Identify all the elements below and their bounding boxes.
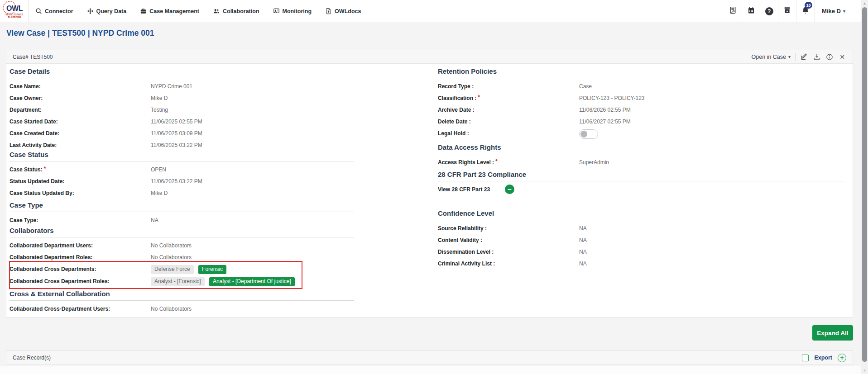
close-icon[interactable]: ✕: [838, 53, 846, 61]
page-bottom-strip: [0, 366, 861, 374]
scroll-up-arrow-icon[interactable]: ▲: [861, 1, 868, 5]
scroll-down-arrow-icon[interactable]: ▼: [861, 369, 868, 373]
nav-item-label: Case Management: [149, 8, 199, 14]
nav-item-owldocs[interactable]: OWLdocs: [325, 8, 361, 14]
report-button[interactable]: [724, 0, 742, 22]
section-collaborators: Collaborators Collaborated Department Us…: [10, 227, 354, 288]
field-row-cross-departments: Collaborated Cross Departments: Defense …: [10, 263, 354, 275]
calendar-icon: [748, 7, 755, 16]
collapse-minus-icon[interactable]: −: [505, 185, 514, 194]
field-row: Case Owner:Mike D: [10, 92, 354, 104]
field-row: Case Status:*OPEN: [10, 164, 354, 175]
field-row-view-28-cfr: View 28 CFR Part 23 −: [438, 184, 845, 195]
field-row: Department:Testing: [10, 104, 354, 116]
export-checkbox[interactable]: [802, 355, 809, 361]
people-icon: [213, 8, 220, 14]
calendar-button[interactable]: [742, 0, 760, 22]
field-row: Collaborated Department Roles:No Collabo…: [10, 251, 354, 263]
department-tag: Forensic: [198, 265, 226, 274]
search-icon: [35, 8, 42, 14]
nav-item-label: OWLdocs: [335, 8, 361, 14]
nav-item-label: Connector: [45, 8, 73, 14]
toggle-knob: [580, 131, 587, 137]
field-row-cross-department-roles: Collaborated Cross Department Roles: Ana…: [10, 275, 354, 288]
section-title: Data Access Rights: [438, 143, 845, 154]
section-data-access-rights: Data Access Rights Access Rights Level :…: [438, 143, 845, 168]
section-title: Cross & External Collaboration: [10, 290, 354, 301]
section-case-type: Case Type Case Type:NA: [10, 201, 354, 226]
case-records-bar[interactable]: Case Record(s) Export +: [6, 350, 853, 365]
field-row: Collaborated Department Users:No Collabo…: [10, 240, 354, 251]
field-row: Delete Date :11/06/2027 02:55 PM: [438, 116, 845, 128]
required-marker: *: [478, 94, 480, 100]
scrollbar-thumb[interactable]: [862, 7, 867, 362]
field-row: Case Created Date:11/06/2025 03:09 PM: [10, 128, 354, 139]
notifications-button[interactable]: 10: [796, 0, 814, 22]
field-row: Record Type :Case: [438, 80, 845, 92]
user-name: Mike D: [822, 8, 841, 14]
nav-item-label: Collaboration: [223, 8, 259, 14]
nav-item-query-data[interactable]: Query Data: [87, 8, 127, 14]
field-row: Content Validity :NA: [438, 234, 845, 246]
nav-item-monitoring[interactable]: Monitoring: [273, 8, 312, 14]
case-records-label: Case Record(s): [13, 355, 51, 361]
owl-logo[interactable]: OWL INTELLIGENCE PLATFORM: [5, 2, 24, 20]
section-title: Case Type: [10, 201, 354, 212]
section-title: Case Details: [10, 67, 354, 78]
archive-box-icon: [783, 6, 791, 16]
nav-item-collaboration[interactable]: Collaboration: [213, 8, 259, 14]
edit-icon[interactable]: [800, 53, 808, 61]
department-tag: Defense Force: [151, 265, 194, 274]
nav-item-connector[interactable]: Connector: [35, 8, 73, 14]
section-28-cfr-compliance: 28 CFR Part 23 Compliance View 28 CFR Pa…: [438, 170, 845, 195]
field-row: Case Started Date:11/06/2025 02:55 PM: [10, 116, 354, 128]
nav-item-case-management[interactable]: Case Management: [140, 8, 199, 14]
nav-item-label: Monitoring: [283, 8, 312, 14]
document-icon: [325, 8, 332, 14]
field-row: Status Updated Date:11/06/2025 03:22 PM: [10, 175, 354, 187]
section-case-status: Case Status Case Status:*OPEN Status Upd…: [10, 151, 354, 199]
notification-count-badge: 10: [805, 2, 812, 9]
required-marker: *: [495, 158, 498, 165]
field-row-legal-hold: Legal Hold :: [438, 128, 845, 139]
briefcase-icon: [140, 8, 147, 14]
required-marker: *: [44, 166, 46, 172]
logo-text: OWL: [5, 5, 24, 13]
section-title: 28 CFR Part 23 Compliance: [438, 170, 845, 181]
open-in-case-dropdown[interactable]: Open in Case ▾: [752, 54, 791, 60]
case-number: Case# TEST500: [13, 54, 53, 60]
field-row: Collaborated Cross-Department Users:No C…: [10, 303, 354, 315]
info-icon[interactable]: [825, 53, 834, 61]
expand-all-button[interactable]: Expand All: [812, 325, 853, 341]
field-row: Criminal Activity List :NA: [438, 258, 845, 270]
report-icon: [729, 6, 737, 16]
nav-right-icons: ? 10 Mike D ▾: [724, 0, 850, 22]
archive-button[interactable]: [778, 0, 796, 22]
section-cross-external-collaboration: Cross & External Collaboration Collabora…: [10, 290, 354, 315]
section-case-details: Case Details Case Name:NYPD Crime 001 Ca…: [10, 67, 354, 151]
field-row: Dissemination Level :NA: [438, 246, 845, 258]
title-bar: View Case | TEST500 | NYPD Crime 001: [0, 22, 861, 50]
person-chart-icon: [273, 8, 280, 14]
help-icon: ?: [765, 7, 773, 15]
section-title: Retention Policies: [438, 67, 845, 78]
field-row: Classification :*POLICY-123 - POLICY-123: [438, 92, 845, 104]
field-row: Archive Date :11/06/2026 02:55 PM: [438, 104, 845, 116]
download-icon[interactable]: [813, 53, 821, 61]
chevron-down-icon: ▾: [788, 54, 791, 59]
export-label[interactable]: Export: [814, 355, 832, 361]
page-title: View Case | TEST500 | NYPD Crime 001: [6, 28, 154, 38]
header-divider: [795, 53, 796, 61]
role-tag: Analyst - [Department Of justice]: [209, 277, 295, 286]
user-menu[interactable]: Mike D ▾: [814, 0, 850, 22]
add-plus-icon[interactable]: +: [838, 354, 846, 362]
move-arrows-icon: [87, 8, 94, 14]
help-button[interactable]: ?: [760, 0, 778, 22]
field-row: Last Activity Date:11/06/2025 03:22 PM: [10, 139, 354, 151]
card-header: Case# TEST500 Open in Case ▾ ✕: [6, 50, 853, 64]
vertical-scrollbar[interactable]: ▲ ▼: [861, 0, 868, 374]
nav-divider: [28, 0, 29, 22]
field-row: Case Status Updated By:Mike D: [10, 187, 354, 199]
case-details-card: Case# TEST500 Open in Case ▾ ✕ Case Deta…: [6, 50, 853, 317]
legal-hold-toggle[interactable]: [579, 129, 598, 139]
